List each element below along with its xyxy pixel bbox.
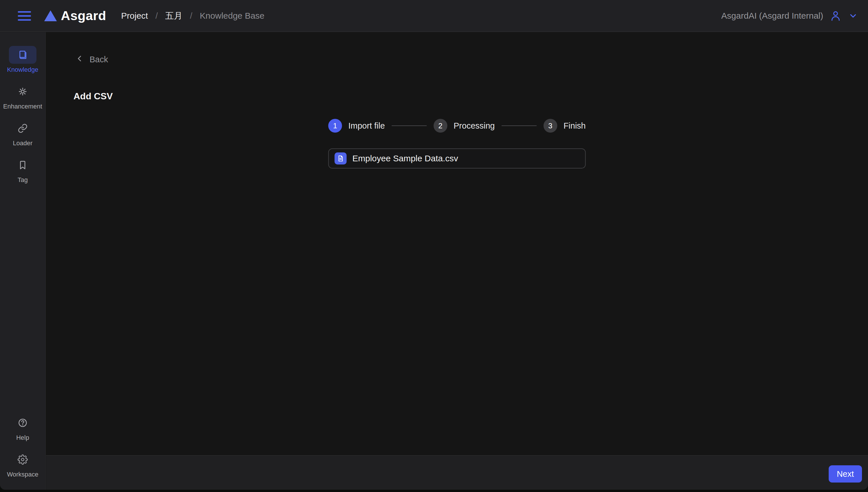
step-import-file: 1 Import file <box>328 119 385 132</box>
sidebar-item-workspace[interactable]: Workspace <box>7 451 39 478</box>
sidebar-item-label: Tag <box>18 176 28 184</box>
topbar: Asgard Project / 五月 / Knowledge Base Asg… <box>0 0 868 32</box>
sidebar-item-help[interactable]: Help <box>9 414 36 441</box>
gear-icon <box>9 451 36 468</box>
sidebar-item-label: Loader <box>13 140 33 147</box>
brand-name: Asgard <box>61 8 106 23</box>
sun-icon <box>9 83 36 100</box>
stepper: 1 Import file 2 Processing 3 Finish <box>328 119 586 132</box>
account-label: AsgardAI (Asgard Internal) <box>721 11 823 21</box>
breadcrumb-project[interactable]: Project <box>121 11 148 21</box>
chevron-left-icon <box>76 54 84 65</box>
import-wizard: 1 Import file 2 Processing 3 Finish <box>328 119 586 169</box>
step-3-badge: 3 <box>543 119 557 132</box>
breadcrumb: Project / 五月 / Knowledge Base <box>121 10 264 22</box>
step-connector <box>502 125 537 126</box>
next-button[interactable]: Next <box>829 465 862 483</box>
breadcrumb-separator: / <box>155 11 157 21</box>
account-menu[interactable]: AsgardAI (Asgard Internal) <box>721 10 858 22</box>
step-finish: 3 Finish <box>543 119 586 132</box>
wizard-footer: Next <box>46 455 868 490</box>
triangle-logo-icon <box>44 10 57 21</box>
sidebar-item-tag[interactable]: Tag <box>9 156 36 184</box>
step-processing: 2 Processing <box>433 119 495 132</box>
breadcrumb-current-page: Knowledge Base <box>200 11 264 21</box>
link-icon <box>9 119 36 137</box>
csv-document-icon <box>335 152 347 165</box>
sidebar-item-enhancement[interactable]: Enhancement <box>3 83 42 110</box>
user-icon <box>829 10 842 22</box>
step-3-label: Finish <box>564 121 586 131</box>
file-name: Employee Sample Data.csv <box>352 153 458 163</box>
step-connector <box>392 125 426 126</box>
sidebar-item-label: Workspace <box>7 471 39 478</box>
book-icon <box>9 46 36 64</box>
sidebar: Knowledge Enhancement Loader <box>0 32 46 490</box>
breadcrumb-folder[interactable]: 五月 <box>165 10 182 22</box>
main-content: Back Add CSV 1 Import file 2 Processing … <box>46 32 868 455</box>
question-circle-icon <box>9 414 36 432</box>
brand-logo: Asgard <box>44 8 106 23</box>
bookmark-icon <box>9 156 36 174</box>
sidebar-item-label: Enhancement <box>3 103 42 110</box>
imported-file-card[interactable]: Employee Sample Data.csv <box>328 148 586 169</box>
chevron-down-icon[interactable] <box>848 10 858 21</box>
back-button[interactable]: Back <box>76 54 108 65</box>
step-2-badge: 2 <box>433 119 447 132</box>
sidebar-item-knowledge[interactable]: Knowledge <box>7 46 39 73</box>
step-1-label: Import file <box>348 121 385 131</box>
step-1-badge: 1 <box>328 119 342 132</box>
sidebar-item-label: Help <box>16 434 29 441</box>
back-label: Back <box>90 55 108 64</box>
app-window: Asgard Project / 五月 / Knowledge Base Asg… <box>0 0 868 490</box>
sidebar-item-loader[interactable]: Loader <box>9 119 36 147</box>
breadcrumb-separator: / <box>190 11 192 21</box>
sidebar-item-label: Knowledge <box>7 66 39 73</box>
page-title: Add CSV <box>73 91 113 102</box>
menu-hamburger-icon[interactable] <box>18 11 31 21</box>
step-2-label: Processing <box>453 121 495 131</box>
